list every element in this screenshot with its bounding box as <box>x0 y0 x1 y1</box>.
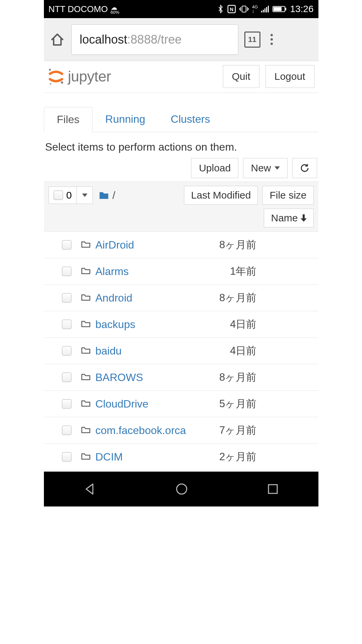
sort-name-label: Name <box>271 212 298 224</box>
svg-point-13 <box>50 83 51 85</box>
row-checkbox[interactable] <box>62 293 71 303</box>
new-button-label: New <box>251 162 271 174</box>
item-name[interactable]: backups <box>96 318 230 331</box>
svg-rect-14 <box>303 214 305 218</box>
row-checkbox[interactable] <box>62 452 71 462</box>
tab-clusters[interactable]: Clusters <box>158 107 223 132</box>
nav-home-button[interactable] <box>175 483 188 495</box>
file-row[interactable]: CloudDrive5ヶ月前 <box>44 391 318 417</box>
row-checkbox[interactable] <box>62 320 71 329</box>
refresh-button[interactable] <box>292 158 317 178</box>
item-modified: 1年前 <box>230 264 256 278</box>
svg-rect-6 <box>266 7 267 12</box>
file-row[interactable]: baidu4日前 <box>44 338 318 364</box>
jupyter-logo-icon <box>47 67 65 86</box>
new-button[interactable]: New <box>243 158 287 178</box>
file-row[interactable]: DCIM2ヶ月前 <box>44 444 318 470</box>
svg-rect-10 <box>285 8 286 10</box>
jupyter-logo-text: jupyter <box>68 68 111 85</box>
row-checkbox[interactable] <box>62 240 71 250</box>
url-host: localhost <box>80 33 127 47</box>
svg-point-15 <box>177 484 187 494</box>
folder-icon <box>81 318 91 331</box>
select-count: 0 <box>66 190 72 201</box>
item-name[interactable]: baidu <box>96 345 230 357</box>
status-bar: NTT DOCOMO ☁60% N 4G↕ 13:26 <box>44 0 318 18</box>
upload-button[interactable]: Upload <box>191 158 238 178</box>
sort-name[interactable]: Name <box>264 209 313 227</box>
jupyter-header-buttons: Quit Logout <box>223 65 314 88</box>
breadcrumb-root: / <box>112 189 115 202</box>
folder-icon <box>81 371 91 384</box>
item-name[interactable]: Alarms <box>96 265 230 278</box>
url-path: :8888/tree <box>127 33 182 47</box>
svg-text:N: N <box>230 6 234 12</box>
file-row[interactable]: BAROWS8ヶ月前 <box>44 364 318 391</box>
row-checkbox[interactable] <box>62 346 71 356</box>
row-checkbox[interactable] <box>62 399 71 409</box>
sort-file-size[interactable]: File size <box>262 186 313 205</box>
tab-running[interactable]: Running <box>93 107 158 132</box>
weather-pct: 60% <box>111 10 119 14</box>
action-hint: Select items to perform actions on them. <box>44 132 318 157</box>
tab-count-button[interactable]: 11 <box>244 32 260 48</box>
svg-point-12 <box>61 82 63 84</box>
file-row[interactable]: Alarms1年前 <box>44 258 318 285</box>
breadcrumb[interactable]: / <box>99 189 115 202</box>
browser-menu-button[interactable] <box>266 34 277 45</box>
carrier-text: NTT DOCOMO <box>49 4 108 14</box>
folder-icon <box>81 345 91 357</box>
select-all-checkbox[interactable]: 0 <box>49 186 77 204</box>
item-name[interactable]: AirDroid <box>96 239 220 251</box>
file-row[interactable]: AirDroid8ヶ月前 <box>44 232 318 258</box>
file-row[interactable]: Android8ヶ月前 <box>44 285 318 311</box>
quit-button[interactable]: Quit <box>223 65 259 88</box>
jupyter-logo[interactable]: jupyter <box>47 67 111 86</box>
caret-down-icon <box>275 166 280 170</box>
caret-down-icon <box>82 194 87 197</box>
item-modified: 8ヶ月前 <box>219 238 256 252</box>
folder-icon <box>81 265 91 278</box>
arrow-down-icon <box>301 214 307 222</box>
checkbox-icon <box>54 191 63 200</box>
row-checkbox[interactable] <box>62 373 71 382</box>
status-time: 13:26 <box>290 4 313 14</box>
folder-icon <box>81 424 91 437</box>
item-name[interactable]: BAROWS <box>96 371 220 384</box>
action-row: Upload New <box>44 157 318 181</box>
folder-icon <box>81 451 91 463</box>
nav-recent-button[interactable] <box>267 483 279 495</box>
item-modified: 2ヶ月前 <box>219 450 256 464</box>
item-name[interactable]: com.facebook.orca <box>96 424 220 437</box>
nav-bar <box>44 472 318 506</box>
row-checkbox[interactable] <box>62 426 71 435</box>
item-modified: 4日前 <box>230 344 256 358</box>
svg-rect-2 <box>242 6 246 12</box>
bluetooth-icon <box>217 5 224 13</box>
svg-rect-3 <box>261 11 262 12</box>
file-row[interactable]: backups4日前 <box>44 311 318 338</box>
item-modified: 7ヶ月前 <box>219 423 256 437</box>
folder-icon <box>81 239 91 251</box>
url-bar[interactable]: localhost:8888/tree <box>71 24 238 55</box>
nfc-icon: N <box>227 5 236 13</box>
item-name[interactable]: Android <box>96 292 220 304</box>
select-dropdown[interactable] <box>77 186 93 204</box>
status-left: NTT DOCOMO ☁60% <box>49 4 119 14</box>
browser-chrome: localhost:8888/tree 11 <box>44 18 318 61</box>
logout-button[interactable]: Logout <box>265 65 314 88</box>
row-checkbox[interactable] <box>62 267 71 276</box>
folder-icon <box>99 191 109 200</box>
item-modified: 5ヶ月前 <box>219 397 256 411</box>
item-name[interactable]: DCIM <box>96 451 220 463</box>
folder-icon <box>81 292 91 304</box>
jupyter-header: jupyter Quit Logout <box>44 61 318 93</box>
browser-home-button[interactable] <box>49 32 65 48</box>
weather-icon: ☁60% <box>111 4 119 14</box>
file-row[interactable]: com.facebook.orca7ヶ月前 <box>44 417 318 444</box>
signal-icon <box>261 6 269 12</box>
item-name[interactable]: CloudDrive <box>96 398 220 410</box>
tab-files[interactable]: Files <box>44 107 93 132</box>
nav-back-button[interactable] <box>83 483 96 495</box>
sort-last-modified[interactable]: Last Modified <box>184 186 258 205</box>
